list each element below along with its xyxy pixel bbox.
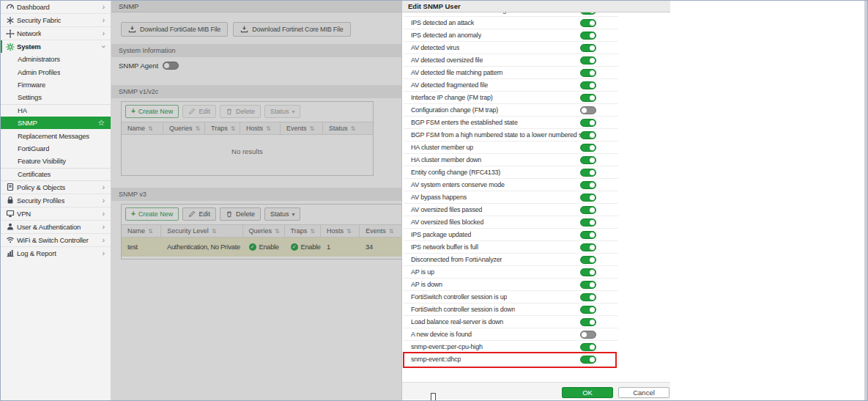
snmp-agent-toggle[interactable]: [163, 62, 179, 70]
column-header-traps[interactable]: Traps⇅: [285, 225, 321, 237]
event-toggle-on[interactable]: [580, 293, 596, 301]
event-toggle-on[interactable]: [580, 268, 596, 276]
event-toggle-off[interactable]: [580, 331, 596, 339]
gear-icon: [6, 43, 17, 51]
sidebar-item-dashboard[interactable]: Dashboard›: [0, 0, 111, 13]
event-toggle-on[interactable]: [580, 218, 596, 227]
event-toggle-on[interactable]: [580, 119, 596, 127]
sidebar-item-label: Certificates: [18, 170, 51, 178]
event-toggle-on[interactable]: [580, 194, 596, 202]
edit-button[interactable]: Edit: [182, 207, 216, 221]
event-row-ips-package-updated: IPS package updated: [404, 229, 618, 241]
event-toggle-on[interactable]: [580, 206, 596, 214]
event-toggle-on[interactable]: [580, 144, 596, 152]
event-label: BGP FSM from a high numbered state to a …: [411, 131, 580, 139]
delete-button[interactable]: Delete: [220, 207, 261, 221]
edit-button[interactable]: Edit: [182, 105, 216, 118]
background-area: [670, 0, 864, 401]
event-row-disconnected-from-fortianalyzer: Disconnected from FortiAnalyzer: [404, 254, 618, 266]
column-header-status[interactable]: Status⇅: [323, 122, 373, 134]
sidebar-item-label: HA: [18, 106, 27, 114]
column-header-queries[interactable]: Queries⇅: [163, 122, 205, 134]
event-toggle-on[interactable]: [580, 356, 596, 364]
sidebar-item-replacement-messages[interactable]: Replacement Messages: [0, 129, 111, 141]
column-header-queries[interactable]: Queries⇅: [243, 225, 285, 237]
event-toggle-off[interactable]: [580, 106, 596, 114]
chevron-right-icon: ›: [103, 183, 105, 191]
sidebar-item-snmp[interactable]: SNMP☆: [0, 117, 111, 129]
event-toggle-on[interactable]: [580, 56, 596, 65]
sidebar-item-network[interactable]: Network›: [0, 26, 111, 40]
sidebar-item-feature-visibility[interactable]: Feature Visibility: [0, 155, 111, 167]
event-row-ips-detected-an-anomaly: IPS detected an anomaly: [404, 29, 618, 42]
sidebar-item-administrators[interactable]: Administrators: [0, 53, 111, 65]
event-row-ips-detected-an-attack: IPS detected an attack: [404, 17, 618, 29]
download-fortigate-mib-file-button[interactable]: Download FortiGate MIB File: [121, 22, 228, 37]
sidebar-item-certificates[interactable]: Certificates: [0, 168, 111, 180]
event-label: snmp-event::per-cpu-high: [411, 343, 483, 350]
event-toggle-on[interactable]: [580, 19, 596, 27]
event-label: AV bypass happens: [411, 194, 467, 201]
table-row-test[interactable]: testAuthentication, No Private✓Enable✓En…: [122, 238, 401, 257]
column-header-events[interactable]: Events⇅: [281, 122, 323, 134]
check-circle-icon: ✓: [249, 243, 256, 251]
event-toggle-on[interactable]: [580, 181, 596, 189]
cancel-button[interactable]: Cancel: [618, 387, 669, 398]
sidebar-item-security-fabric[interactable]: Security Fabric›: [0, 13, 111, 26]
event-toggle-on[interactable]: [580, 343, 596, 351]
dialog-footer: OK Cancel: [402, 382, 670, 400]
column-header-name[interactable]: Name⇅: [122, 122, 163, 134]
event-row-interface-ip-change-fm-trap: Interface IP change (FM trap): [404, 92, 618, 104]
window-scrollbar-track[interactable]: [864, 1, 867, 400]
download-fortinet-core-mib-file-button[interactable]: Download Fortinet Core MIB File: [233, 22, 350, 37]
event-toggle-on[interactable]: [580, 156, 596, 164]
event-toggle-on[interactable]: [580, 318, 596, 326]
event-toggle-on[interactable]: [580, 231, 596, 239]
sidebar-item-vpn[interactable]: VPN›: [0, 207, 111, 220]
column-header-name[interactable]: Name⇅: [122, 225, 161, 237]
sidebar-item-user-authentication[interactable]: User & Authentication›: [0, 220, 111, 233]
download-icon: [240, 25, 248, 34]
sidebar-item-label: SNMP: [18, 119, 37, 127]
create-new-button[interactable]: +Create New: [125, 105, 179, 118]
column-header-events[interactable]: Events⇅: [360, 225, 401, 237]
event-toggle-on[interactable]: [580, 243, 596, 251]
sidebar-item-wifi-switch-controller[interactable]: WiFi & Switch Controller›: [0, 233, 111, 246]
event-toggle-on[interactable]: [580, 131, 596, 139]
sidebar-item-security-profiles[interactable]: Security Profiles›: [0, 194, 111, 207]
event-toggle-on[interactable]: [580, 12, 596, 15]
status-button[interactable]: Status▾: [264, 207, 301, 221]
status-button[interactable]: Status▾: [264, 105, 301, 118]
event-label: Interface IP change (FM trap): [411, 94, 493, 101]
snmp-v1-v2c-toolbar: +Create NewEditDeleteStatus▾: [125, 105, 300, 118]
event-toggle-on[interactable]: [580, 281, 596, 289]
create-new-button[interactable]: +Create New: [125, 207, 179, 221]
event-toggle-on[interactable]: [580, 256, 596, 264]
sidebar-item-fortiguard[interactable]: FortiGuard: [0, 142, 111, 155]
column-header-hosts[interactable]: Hosts⇅: [240, 122, 281, 134]
column-header-security-level[interactable]: Security Level⇅: [161, 225, 242, 237]
wifi-icon: [6, 235, 17, 244]
sidebar-item-admin-profiles[interactable]: Admin Profiles: [0, 65, 111, 78]
event-toggle-on[interactable]: [580, 81, 596, 89]
event-toggle-on[interactable]: [580, 32, 596, 40]
event-toggle-on[interactable]: [580, 169, 596, 177]
sidebar-item-firmware[interactable]: Firmware: [0, 78, 111, 91]
sidebar-item-ha[interactable]: HA: [0, 104, 111, 117]
sidebar-item-system[interactable]: System›: [0, 40, 111, 53]
sidebar-item-settings[interactable]: Settings: [0, 91, 111, 103]
event-label: IPS network buffer is full: [411, 243, 478, 251]
event-toggle-on[interactable]: [580, 69, 596, 77]
event-label: IPS package updated: [411, 231, 471, 238]
sidebar-item-label: Network: [17, 29, 41, 37]
event-toggle-on[interactable]: [580, 44, 596, 52]
column-header-hosts[interactable]: Hosts⇅: [321, 225, 360, 237]
event-toggle-on[interactable]: [580, 94, 596, 102]
ok-button[interactable]: OK: [562, 387, 613, 398]
delete-button[interactable]: Delete: [220, 105, 261, 118]
sidebar-item-log-report[interactable]: Log & Report›: [0, 246, 111, 260]
column-header-traps[interactable]: Traps⇅: [205, 122, 240, 134]
cell-traps: ✓Enable: [285, 243, 321, 251]
event-toggle-on[interactable]: [580, 306, 596, 314]
sidebar-item-policy-objects[interactable]: Policy & Objects›: [0, 180, 111, 194]
